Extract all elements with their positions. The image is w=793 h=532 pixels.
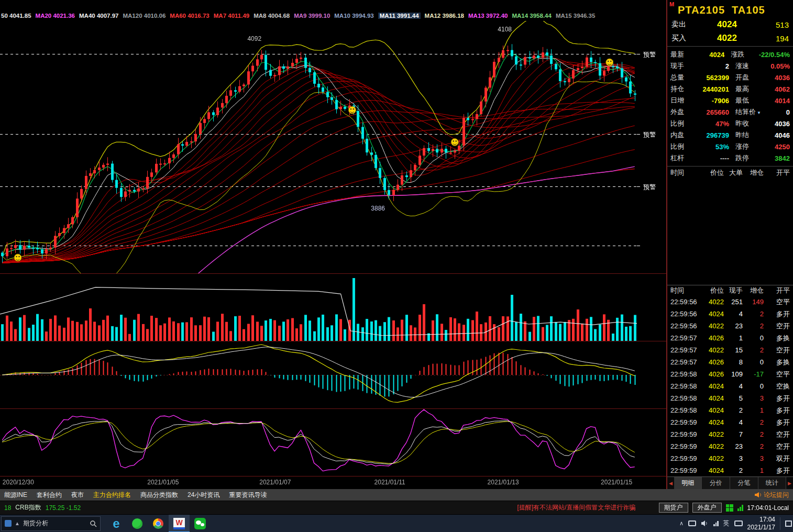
forum-link[interactable]: 论坛提问 (754, 491, 789, 500)
ma-legend-item: MA12 3986.18 (425, 13, 464, 19)
action-center-icon[interactable] (785, 520, 792, 527)
tick-row: 22:59:59402272空开 (667, 428, 793, 440)
column-header: 时间 (670, 168, 702, 178)
quote-stat-cell: 4036 (766, 74, 790, 82)
quote-stat-cell: 杠杆 (670, 153, 689, 163)
taskbar-date: 2021/1/17 (747, 524, 775, 531)
tick-row: 22:59:59402442多开 (667, 416, 793, 428)
kdj-pane-canvas[interactable] (0, 409, 666, 476)
panel-tabs-scroll-left[interactable]: ◀ (667, 481, 674, 486)
tick-cell: 22:59:57 (670, 334, 702, 342)
megaphone-icon (754, 492, 762, 498)
tray-expand-caret[interactable]: ∧ (679, 520, 684, 527)
quote-stat-row: 最新4024涨跌-22/0.54% (670, 49, 790, 60)
contract-title-row: M PTA2105 TA105 (667, 0, 793, 18)
panel-tab-statistics[interactable]: 统计 (758, 477, 787, 489)
panel-tabs-scroll-right[interactable]: ▶ (786, 481, 793, 486)
taskbar-search[interactable]: ▲ 期货分析 (1, 516, 101, 531)
quote-stat-cell: 日增 (670, 96, 689, 105)
ma-legend-item: MA40 4007.97 (79, 13, 118, 19)
big-order-headers: 时间 价位 大单 增仓 开平 (667, 168, 793, 178)
tick-cell: 空开 (764, 442, 790, 451)
tick-cell: 2 (743, 418, 764, 426)
column-header: 开平 (764, 286, 790, 295)
panel-tab-by-tick[interactable]: 分笔 (730, 477, 758, 489)
tick-cell: 多换 (764, 358, 790, 367)
taskbar-app-wechat[interactable] (190, 515, 211, 532)
taskbar-app-edge[interactable]: e (106, 515, 127, 532)
bid-price[interactable]: 4022 (695, 33, 759, 43)
local-clock: 17:04:01-Local (747, 504, 789, 512)
ma-legend: 50 4041.85MA20 4021.36MA40 4007.97MA120 … (0, 0, 666, 21)
tick-cell: 4022 (702, 442, 724, 450)
tick-cell: 空开 (764, 322, 790, 331)
taskbar-clock[interactable]: 17:04 2021/1/17 (747, 516, 775, 531)
function-tab[interactable]: 主力合约排名 (93, 491, 131, 500)
tick-row: 22:59:58402440空换 (667, 380, 793, 392)
bid-label: 买入 (671, 34, 695, 43)
tick-row: 22:59:57402680多换 (667, 356, 793, 368)
ma-legend-item: MA13 3972.40 (468, 13, 508, 19)
keyboard-icon[interactable] (734, 520, 743, 526)
tick-cell: 251 (724, 298, 743, 306)
foreign-account-button[interactable]: 外盘户 (692, 503, 722, 513)
tick-cell: 149 (743, 298, 764, 306)
macd-pane-canvas[interactable] (0, 341, 666, 408)
function-tab-bar: 能源INE套利合约夜市主力合约排名商品分类指数24小时资讯重要资讯导读 论坛提问 (0, 489, 793, 501)
quote-stat-cell: 内盘 (670, 130, 689, 140)
ma-legend-item: MA20 4021.36 (36, 13, 75, 19)
taskbar-app-browser360[interactable] (127, 515, 148, 532)
tick-cell: 空开 (764, 430, 790, 439)
tick-cell: 2 (743, 310, 764, 318)
panel-tab-by-price[interactable]: 分价 (702, 477, 730, 489)
column-header: 增仓 (743, 286, 764, 295)
quote-stat-cell: 跌停 (735, 153, 766, 163)
function-tab[interactable]: 24小时资讯 (188, 491, 219, 500)
tick-row: 22:59:57402610多换 (667, 332, 793, 344)
quote-stat-cell: 昨结 (735, 130, 766, 140)
quote-stat-cell: 2 (689, 62, 729, 70)
windows-taskbar: ▲ 期货分析 e W ∧ 英 17:04 2021/1/17 (0, 514, 793, 532)
tick-cell: 5 (724, 394, 743, 402)
network-icon[interactable] (713, 520, 719, 526)
display-icon[interactable] (688, 520, 696, 526)
green-grid-icon[interactable] (726, 504, 733, 512)
tray-divider (780, 517, 780, 530)
quote-stat-row: 现手2涨速0.05% (670, 60, 790, 72)
tick-cell: 4 (724, 418, 743, 426)
tick-cell: 4026 (702, 370, 724, 378)
quote-stat-cell: 涨停 (735, 142, 766, 151)
function-tab[interactable]: 夜市 (71, 491, 84, 500)
tick-cell: 3 (743, 455, 764, 462)
tick-row: 22:59:574022152空开 (667, 344, 793, 356)
function-tab[interactable]: 商品分类指数 (140, 491, 178, 500)
tick-cell: 8 (724, 358, 743, 366)
quote-stats: 最新4024涨跌-22/0.54%现手2涨速0.05%总量562399开盘403… (667, 48, 793, 165)
volume-pane-canvas[interactable] (0, 274, 666, 341)
futures-account-button[interactable]: 期货户 (659, 503, 688, 513)
ma-legend-item: MA120 4010.06 (123, 13, 166, 19)
function-tab[interactable]: 套利合约 (37, 491, 62, 500)
volume-icon[interactable] (701, 520, 709, 527)
tick-row: 22:59:58402421多开 (667, 404, 793, 416)
taskbar-app-chrome[interactable] (148, 515, 169, 532)
tick-cell: 3 (724, 455, 743, 462)
tick-cell: 双开 (764, 454, 790, 463)
tick-cell: 4024 (702, 418, 724, 426)
tick-cell: 1 (724, 334, 743, 342)
price-chart-canvas[interactable] (0, 21, 666, 273)
quote-stat-cell: 涨跌 (731, 50, 758, 59)
panel-tab-detail[interactable]: 明细 (674, 477, 702, 489)
taskbar-app-wenhua[interactable]: W (169, 515, 190, 532)
settlement-dropdown-icon[interactable]: ▼ (757, 110, 761, 115)
tick-cell: 22:59:58 (670, 370, 702, 378)
input-language[interactable]: 英 (723, 519, 730, 528)
function-tab[interactable]: 重要资讯导读 (229, 491, 267, 500)
wechat-icon (194, 518, 206, 529)
tick-row: 22:59:564022232空开 (667, 320, 793, 332)
edge-icon: e (113, 517, 119, 530)
ask-price[interactable]: 4024 (695, 19, 759, 30)
trading-terminal: 50 4041.85MA20 4021.36MA40 4007.97MA120 … (0, 0, 793, 532)
quote-stat-cell: ---- (689, 154, 729, 162)
function-tab[interactable]: 能源INE (4, 491, 27, 500)
